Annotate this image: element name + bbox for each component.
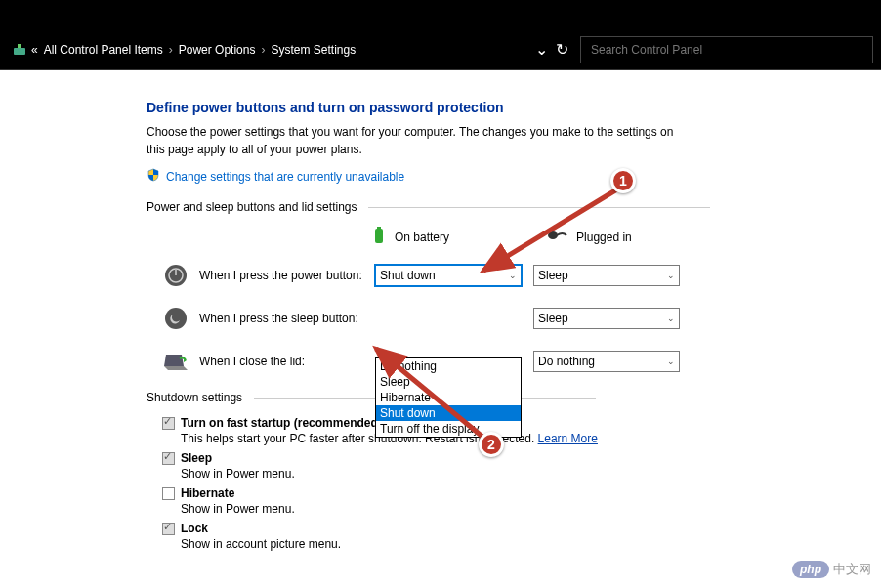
change-settings-link[interactable]: Change settings that are currently unava… (166, 170, 404, 184)
breadcrumb[interactable]: « All Control Panel Items › Power Option… (31, 43, 527, 57)
page-title: Define power buttons and turn on passwor… (147, 100, 881, 115)
svg-rect-2 (375, 229, 383, 243)
section-header-buttons: Power and sleep buttons and lid settings (147, 200, 881, 214)
php-logo-icon: php (792, 561, 829, 578)
row-sleep-button: When I press the sleep button: Sleep⌄ (147, 305, 881, 332)
search-input[interactable] (580, 36, 873, 63)
svg-point-8 (165, 308, 187, 329)
checkbox-icon[interactable] (162, 452, 175, 465)
checkbox-icon[interactable] (162, 523, 175, 535)
dropdown-option-selected[interactable]: Shut down (376, 405, 521, 421)
checkbox-description: Show in Power menu. (181, 467, 881, 481)
breadcrumb-item[interactable]: Power Options (179, 43, 256, 57)
dropdown-option[interactable]: Hibernate (376, 390, 521, 405)
svg-rect-3 (377, 227, 381, 229)
annotation-badge-2: 2 (479, 432, 504, 457)
sleep-button-icon (162, 305, 189, 332)
sleep-button-plugged-dropdown[interactable]: Sleep⌄ (533, 308, 680, 329)
chevron-down-icon: ⌄ (667, 357, 675, 366)
power-button-plugged-dropdown[interactable]: Sleep⌄ (533, 265, 680, 286)
history-dropdown-icon[interactable]: ⌄ (535, 40, 548, 59)
dropdown-option[interactable]: Sleep (376, 374, 521, 390)
dropdown-option[interactable]: Do nothing (376, 358, 521, 374)
window-titlebar (0, 0, 881, 29)
checkbox-icon[interactable] (162, 417, 175, 430)
address-bar: « All Control Panel Items › Power Option… (0, 29, 881, 70)
svg-point-4 (548, 231, 558, 239)
row-label: When I press the power button: (189, 269, 375, 282)
checkbox-description: Show in account picture menu. (181, 537, 881, 551)
shield-icon (147, 168, 160, 185)
page-description: Choose the power settings that you want … (147, 123, 693, 158)
battery-icon (371, 226, 387, 248)
chevron-right-icon: › (261, 43, 265, 57)
svg-rect-1 (18, 44, 21, 48)
row-power-button: When I press the power button: Shut down… (147, 262, 881, 289)
row-label: When I close the lid: (189, 355, 375, 368)
chevron-down-icon: ⌄ (667, 314, 675, 323)
annotation-badge-1: 1 (610, 168, 636, 193)
chevron-down-icon: ⌄ (667, 271, 675, 280)
breadcrumb-item[interactable]: System Settings (271, 43, 356, 57)
content-area: Define power buttons and turn on passwor… (0, 70, 881, 588)
chevron-right-icon: › (169, 43, 173, 57)
checkbox-sleep[interactable]: Sleep (162, 451, 881, 465)
row-label: When I press the sleep button: (189, 312, 375, 325)
breadcrumb-prefix: « (31, 43, 38, 57)
checkbox-hibernate[interactable]: Hibernate (162, 486, 881, 500)
breadcrumb-item[interactable]: All Control Panel Items (44, 43, 163, 57)
checkbox-description: Show in Power menu. (181, 502, 881, 516)
checkbox-lock[interactable]: Lock (162, 522, 881, 535)
dropdown-options-list[interactable]: Do nothing Sleep Hibernate Shut down Tur… (375, 357, 522, 438)
power-button-battery-dropdown[interactable]: Shut down⌄ (375, 265, 522, 286)
checkbox-description: This helps start your PC faster after sh… (181, 432, 881, 445)
refresh-icon[interactable]: ↻ (556, 40, 568, 59)
column-header-battery: On battery (371, 226, 449, 248)
window-icon (12, 42, 27, 58)
svg-rect-0 (14, 48, 25, 55)
checkbox-fast-startup[interactable]: Turn on fast startup (recommended) (162, 416, 881, 430)
plug-icon (547, 229, 568, 245)
chevron-down-icon: ⌄ (509, 271, 517, 280)
column-header-plugged: Plugged in (547, 229, 632, 245)
close-lid-plugged-dropdown[interactable]: Do nothing⌄ (533, 351, 680, 372)
power-button-icon (162, 262, 189, 289)
learn-more-link[interactable]: Learn More (538, 432, 598, 445)
lid-icon (162, 348, 189, 375)
watermark: php 中文网 (792, 561, 871, 578)
checkbox-icon[interactable] (162, 487, 175, 500)
